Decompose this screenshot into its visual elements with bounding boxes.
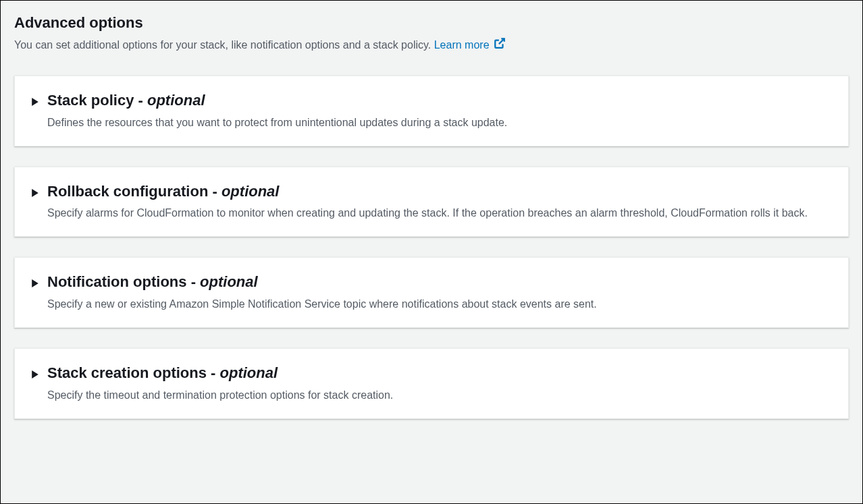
panel-stack-policy: Stack policy - optional Defines the reso…: [14, 76, 849, 146]
chevron-right-icon: [31, 278, 39, 290]
panel-notification-options: Notification options - optional Specify …: [14, 257, 849, 328]
svg-marker-3: [32, 370, 38, 379]
svg-marker-0: [32, 98, 38, 106]
panel-title: Stack creation options - optional: [47, 364, 832, 383]
chevron-right-icon: [31, 188, 39, 200]
panel-rollback-configuration: Rollback configuration - optional Specif…: [14, 167, 849, 237]
svg-marker-2: [32, 279, 38, 287]
chevron-right-icon: [31, 96, 39, 109]
panel-title: Stack policy - optional: [47, 91, 832, 111]
panel-header-stack-creation-options[interactable]: Stack creation options - optional Specif…: [31, 364, 832, 403]
page-title: Advanced options: [14, 14, 849, 32]
external-link-icon: [494, 37, 506, 54]
panel-title: Notification options - optional: [47, 273, 832, 292]
panel-description: Specify a new or existing Amazon Simple …: [47, 296, 832, 312]
chevron-right-icon: [31, 369, 39, 381]
panels-list: Stack policy - optional Defines the reso…: [14, 76, 849, 418]
panel-header-stack-policy[interactable]: Stack policy - optional Defines the reso…: [31, 91, 832, 131]
panel-header-rollback-configuration[interactable]: Rollback configuration - optional Specif…: [31, 182, 832, 222]
panel-header-notification-options[interactable]: Notification options - optional Specify …: [31, 273, 832, 312]
panel-title: Rollback configuration - optional: [47, 182, 832, 202]
panel-description: Specify alarms for CloudFormation to mon…: [47, 205, 832, 221]
svg-marker-1: [32, 189, 38, 197]
panel-description: Defines the resources that you want to p…: [47, 115, 832, 131]
panel-description: Specify the timeout and termination prot…: [47, 387, 832, 403]
panel-stack-creation-options: Stack creation options - optional Specif…: [14, 348, 849, 419]
page-subtitle: You can set additional options for your …: [14, 37, 849, 54]
learn-more-link[interactable]: Learn more: [434, 39, 506, 51]
advanced-options-container: Advanced options You can set additional …: [0, 0, 863, 504]
